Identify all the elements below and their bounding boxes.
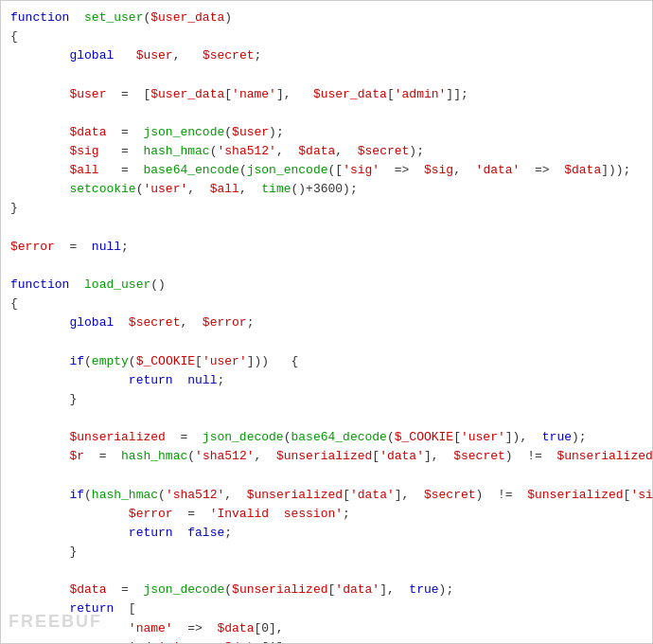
plain: = [106, 582, 143, 597]
plain [10, 582, 69, 597]
plain [69, 10, 84, 25]
keyword-if: if [69, 354, 84, 368]
builtin: base64_decode [291, 430, 387, 444]
null-keyword2: null [187, 373, 217, 387]
plain [10, 526, 129, 540]
var: $data [224, 640, 261, 644]
plain: } [10, 392, 77, 406]
plain [114, 315, 129, 330]
plain: ; [224, 526, 232, 540]
var: $data [217, 621, 254, 635]
plain: ; [121, 240, 129, 254]
plain: ( [239, 163, 247, 177]
plain [10, 430, 69, 444]
plain [10, 449, 69, 463]
plain [10, 87, 69, 101]
plain: ], [424, 449, 453, 463]
plain: ( [187, 449, 195, 463]
plain [10, 507, 129, 521]
var: $unserialized [276, 449, 372, 463]
true-keyword2: true [409, 582, 438, 597]
plain: = [55, 240, 92, 254]
plain: => [379, 163, 424, 177]
plain: ; [247, 315, 255, 330]
plain [10, 640, 129, 644]
plain: ) != [476, 488, 528, 502]
keyword-global: global [69, 48, 114, 63]
var: $secret [129, 315, 181, 330]
var: $error [129, 507, 173, 521]
str: 'data' [379, 449, 424, 463]
str: 'sha512' [217, 144, 275, 158]
plain: ; [254, 48, 261, 63]
builtin: setcookie [69, 182, 135, 196]
keyword-function: function [10, 10, 69, 25]
var: $data [298, 144, 335, 158]
var: $error [10, 240, 55, 254]
plain: ) != [505, 449, 557, 463]
false-keyword: false [187, 526, 224, 540]
plain: , [180, 315, 202, 330]
plain: [ [224, 87, 232, 101]
keyword-global2: global [69, 315, 114, 330]
plain: , [173, 48, 203, 63]
str: 'sig' [343, 163, 379, 177]
plain: [ [453, 430, 461, 444]
str: 'sha512' [195, 449, 254, 463]
plain [10, 125, 69, 139]
plain: { [10, 29, 18, 44]
plain: , [239, 182, 261, 196]
plain [173, 526, 188, 540]
var: $_COOKIE [136, 354, 195, 368]
var: $secret [453, 449, 505, 463]
plain [10, 163, 69, 177]
plain: } [10, 201, 18, 215]
var: $data [69, 582, 106, 597]
plain: ( [158, 488, 166, 502]
plain: = [173, 507, 210, 521]
plain: => [180, 640, 224, 644]
var: $user_data [150, 87, 224, 101]
plain [10, 373, 129, 387]
plain: { [10, 296, 18, 311]
plain [173, 373, 188, 387]
str: 'admin' [395, 87, 447, 101]
plain: = [106, 125, 143, 139]
plain: ])) { [247, 354, 299, 368]
plain: , [187, 182, 209, 196]
plain: ]]; [446, 87, 468, 101]
str: 'user' [203, 354, 247, 368]
builtin: base64_encode [143, 163, 238, 177]
plain: ])); [601, 163, 630, 177]
plain [10, 182, 69, 196]
null-keyword: null [92, 240, 121, 254]
plain: [1] [261, 640, 283, 644]
str: 'data' [476, 163, 521, 177]
func-name: set_user [84, 10, 143, 25]
builtin: json_decode [143, 582, 224, 597]
var: $error [203, 315, 247, 330]
plain: ( [224, 582, 232, 597]
var: $r [69, 449, 84, 463]
var: $unserialized [232, 582, 327, 597]
var: $secret [203, 48, 255, 63]
var: $all [69, 163, 98, 177]
var: $data [564, 163, 601, 177]
plain: => [173, 621, 218, 635]
str: 'name' [232, 87, 276, 101]
plain [10, 315, 69, 330]
plain: ); [439, 582, 454, 597]
plain: ( [84, 354, 92, 368]
builtin: json_encode [143, 125, 224, 139]
plain: ); [409, 144, 424, 158]
str: 'Invalid session' [210, 507, 343, 521]
plain: = [99, 163, 144, 177]
str: 'admin' [129, 640, 181, 644]
var: $user [232, 125, 269, 139]
str: 'user' [143, 182, 187, 196]
var: $user_data [150, 10, 224, 25]
var: $secret [358, 144, 410, 158]
plain: () [150, 277, 166, 292]
plain: [0], [254, 621, 283, 635]
plain: , [224, 488, 246, 502]
